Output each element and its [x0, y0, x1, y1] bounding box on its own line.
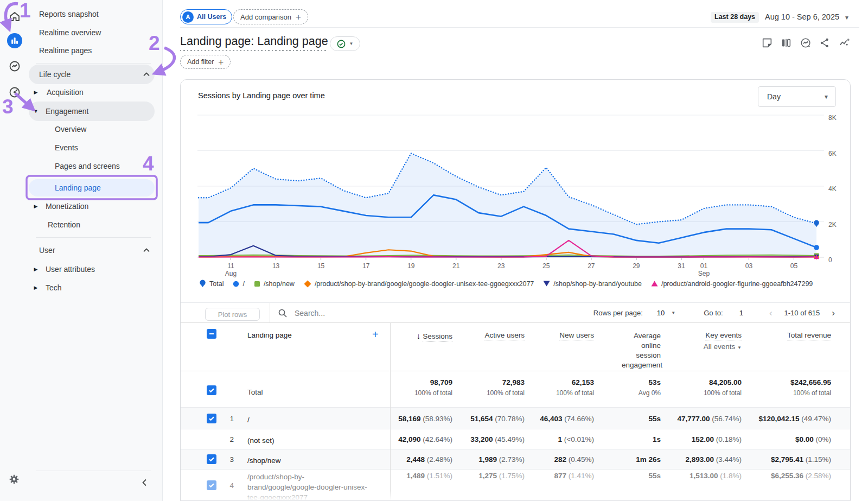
- collapse-down-icon[interactable]: ▼: [30, 109, 41, 114]
- expand-right-icon[interactable]: ▶: [30, 285, 41, 290]
- cell-key-events: 47,777.00 (56.74%): [677, 415, 742, 423]
- svg-text:19: 19: [407, 262, 415, 270]
- prev-page-icon[interactable]: ‹: [769, 308, 773, 319]
- table-pagination: Rows per page: 10 ▼ Go to: 1 ‹ 1-10 of 6…: [593, 303, 835, 323]
- sidebar-item-realtime-overview[interactable]: Realtime overview: [0, 23, 163, 42]
- svg-text:21: 21: [452, 262, 460, 270]
- toolbar-divider: [270, 303, 270, 323]
- share-icon[interactable]: [819, 37, 831, 49]
- total-avg-engagement: 53sAvg 0%: [639, 378, 661, 397]
- svg-text:05: 05: [790, 262, 798, 270]
- chevron-down-icon[interactable]: ▼: [671, 310, 675, 315]
- sidebar-item-reports-snapshot[interactable]: Reports snapshot: [0, 5, 163, 23]
- row-number: 3: [223, 455, 234, 464]
- row-checkbox[interactable]: [207, 414, 216, 423]
- row-number: 4: [223, 481, 234, 490]
- key-events-filter[interactable]: All events ▼: [704, 343, 742, 351]
- rows-per-page-select[interactable]: 10: [657, 309, 665, 317]
- svg-text:Sep: Sep: [698, 270, 710, 277]
- bottom-fade: [181, 491, 851, 500]
- date-preset-label: Last 28 days: [711, 12, 759, 23]
- sidebar-item-landing-page[interactable]: Landing page: [29, 179, 155, 196]
- compare-columns-icon[interactable]: [780, 37, 792, 49]
- total-revenue: $242,656.95100% of total: [790, 378, 831, 397]
- chart-legend: Total / /shop/new /product/shop-by-brand…: [199, 280, 813, 288]
- total-row-label: Total: [247, 388, 263, 396]
- sidebar-section-user[interactable]: User: [0, 241, 163, 259]
- sidebar-item-retention[interactable]: Retention: [0, 215, 163, 234]
- chevron-down-icon: ▼: [737, 345, 742, 350]
- table-search-input[interactable]: Search...: [278, 303, 325, 323]
- svg-text:13: 13: [272, 262, 280, 270]
- row-checkbox[interactable]: [207, 454, 216, 464]
- square-marker-icon: [254, 281, 260, 287]
- chevron-up-icon[interactable]: [143, 72, 150, 77]
- goto-page-input[interactable]: 1: [739, 309, 743, 317]
- rows-per-page-label: Rows per page:: [593, 309, 643, 317]
- add-filter-button[interactable]: Add filter+: [180, 55, 231, 69]
- explore-report-icon[interactable]: [839, 37, 851, 49]
- svg-text:11: 11: [227, 262, 234, 270]
- chevron-down-icon[interactable]: ▼: [844, 15, 850, 21]
- date-range-picker[interactable]: Aug 10 - Sep 6, 2025: [765, 12, 839, 21]
- sidebar-item-events[interactable]: Events: [0, 138, 163, 157]
- expand-right-icon[interactable]: ▶: [30, 204, 41, 209]
- svg-text:Aug: Aug: [225, 270, 237, 277]
- table-row[interactable]: 1 / 58,169 (58.93%) 51,654 (70.78%) 46,4…: [181, 408, 851, 429]
- insights-icon[interactable]: [800, 37, 812, 49]
- diamond-marker-icon: [304, 280, 311, 288]
- column-header-new-users[interactable]: New users: [559, 331, 594, 339]
- row-checkbox[interactable]: [207, 480, 216, 490]
- total-sessions: 98,709100% of total: [414, 378, 452, 397]
- column-header-avg-engagement[interactable]: Average online session engagement: [622, 331, 661, 370]
- legend-item-total[interactable]: Total: [199, 280, 224, 288]
- report-card: Sessions by Landing page over time Day ▼…: [180, 79, 851, 501]
- legend-item-doogler-tee[interactable]: /product/shop-by-brand/google/google-doo…: [304, 280, 534, 288]
- all-users-segment-chip[interactable]: A All Users: [180, 9, 232, 24]
- collapse-sidebar-icon[interactable]: [141, 478, 149, 487]
- settings-gear-icon[interactable]: [8, 473, 21, 486]
- chevron-up-icon[interactable]: [143, 248, 150, 252]
- add-comparison-button[interactable]: Add comparison+: [233, 9, 308, 24]
- sidebar-item-user-attributes[interactable]: ▶User attributes: [0, 260, 163, 278]
- sessions-line-chart[interactable]: 02K4K6K8K11Aug1315171921232527293101Sep0…: [181, 80, 851, 299]
- legend-item-figurine[interactable]: /product/android-googler-figurine-ggoeaf…: [651, 280, 813, 288]
- legend-item-youtube[interactable]: /shop/shop-by-brand/youtube: [543, 280, 642, 288]
- column-divider: [390, 323, 391, 501]
- header-divider: [180, 27, 859, 28]
- sidebar-item-pages-and-screens[interactable]: Pages and screens: [0, 157, 163, 175]
- table-row[interactable]: 3 /shop/new 2,448 (2.48%) 1,989 (2.73%) …: [181, 449, 851, 470]
- sidebar-item-overview[interactable]: Overview: [0, 120, 163, 138]
- select-all-checkbox[interactable]: [207, 329, 216, 339]
- report-status-badge[interactable]: ▼: [330, 36, 360, 51]
- sidebar-item-monetization[interactable]: ▶Monetization: [0, 197, 163, 215]
- explore-icon[interactable]: [8, 60, 21, 73]
- expand-right-icon[interactable]: ▶: [30, 267, 41, 272]
- sidebar-section-life-cycle[interactable]: Life cycle: [29, 65, 155, 84]
- add-dimension-icon[interactable]: +: [372, 328, 379, 341]
- legend-item-shop-new[interactable]: /shop/new: [254, 280, 295, 288]
- row-checkbox[interactable]: [207, 385, 216, 395]
- column-header-active-users[interactable]: Active users: [484, 331, 525, 339]
- legend-item-slash[interactable]: /: [233, 280, 244, 288]
- next-page-icon[interactable]: ›: [832, 308, 835, 319]
- cell-avg-engagement: 1m 26s: [636, 455, 661, 464]
- row-number: 1: [223, 415, 234, 423]
- sidebar-item-tech[interactable]: ▶Tech: [0, 278, 163, 297]
- sidebar-item-acquisition[interactable]: ▶Acquisition: [0, 83, 163, 102]
- column-header-landing-page[interactable]: Landing page: [247, 331, 292, 339]
- column-header-sessions[interactable]: ↓Sessions: [417, 331, 452, 340]
- row-label: /shop/new: [247, 455, 383, 466]
- sidebar-item-engagement[interactable]: ▼Engagement: [29, 102, 155, 121]
- table-row[interactable]: 2 (not set) 42,090 (42.64%) 33,200 (45.4…: [181, 429, 851, 449]
- pagination-range: 1-10 of 615: [784, 309, 820, 317]
- cell-avg-engagement: 1s: [653, 435, 661, 443]
- plot-rows-button[interactable]: Plot rows: [205, 308, 260, 321]
- column-header-total-revenue[interactable]: Total revenue: [787, 331, 831, 339]
- expand-right-icon[interactable]: ▶: [30, 90, 41, 95]
- notes-icon[interactable]: [761, 37, 773, 49]
- row-label: /: [247, 415, 383, 425]
- column-header-key-events[interactable]: Key events All events ▼: [704, 331, 742, 351]
- sidebar-item-realtime-pages[interactable]: Realtime pages: [0, 41, 163, 60]
- plus-icon: +: [296, 12, 301, 22]
